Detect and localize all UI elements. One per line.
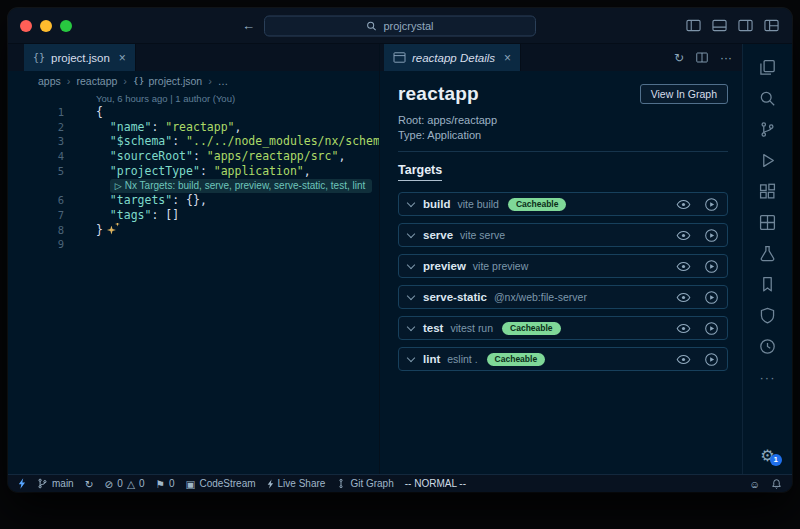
line-number: 7 <box>8 208 64 223</box>
status-item-live-share[interactable]: Live Share <box>267 478 326 489</box>
run-target-button[interactable] <box>704 352 719 367</box>
view-in-graph-button[interactable]: View In Graph <box>640 84 728 104</box>
activity-bar-item-shield[interactable] <box>743 300 792 331</box>
status-item-remote-indicator[interactable] <box>18 478 26 489</box>
target-row-serve[interactable]: servevite serve <box>398 223 728 247</box>
toggle-primary-sidebar-icon[interactable] <box>686 19 701 32</box>
minimize-window-button[interactable] <box>40 20 52 32</box>
code-line-content <box>64 237 379 252</box>
code-editor[interactable]: You, 6 hours ago | 1 author (You) 1{2 "n… <box>8 90 379 474</box>
eye-icon <box>676 197 691 212</box>
activity-bar-item-extensions[interactable] <box>743 176 792 207</box>
activity-bar: ··· ⚙ 1 <box>742 44 792 474</box>
line-number: 5 <box>8 164 64 179</box>
run-debug-icon <box>759 152 776 169</box>
status-item-git-branch[interactable]: main <box>37 478 74 489</box>
chevron-down-icon[interactable] <box>407 353 415 361</box>
eye-button[interactable] <box>676 290 691 305</box>
status-item-sync[interactable]: ↻ <box>85 478 94 490</box>
eye-button[interactable] <box>676 321 691 336</box>
chevron-down-icon[interactable] <box>407 198 415 206</box>
target-row-test[interactable]: testvitest runCacheable <box>398 316 728 340</box>
token: "projectType" <box>110 164 200 178</box>
nx-targets-inlay-hint[interactable]: ▷Nx Targets: build, serve, preview, serv… <box>110 179 372 193</box>
code-line-content: ▷Nx Targets: build, serve, preview, serv… <box>64 178 379 193</box>
manage-button[interactable]: ⚙ 1 <box>760 446 774 465</box>
token: {}, <box>186 193 207 207</box>
activity-bar-item-history[interactable] <box>743 331 792 362</box>
status-item-vim-mode[interactable]: -- NORMAL -- <box>405 478 466 489</box>
refresh-button[interactable]: ↻ <box>674 51 684 65</box>
status-text: 0 <box>139 478 145 489</box>
activity-bar-item-run-debug[interactable] <box>743 145 792 176</box>
cacheable-badge: Cacheable <box>508 198 567 211</box>
toggle-panel-icon[interactable] <box>712 19 727 32</box>
code-line-content: "tags": [] <box>64 208 379 223</box>
activity-bar-item-more[interactable]: ··· <box>743 362 792 393</box>
close-window-button[interactable] <box>20 20 32 32</box>
layout-controls <box>686 19 792 32</box>
line-number <box>8 178 64 193</box>
token: : <box>151 120 165 134</box>
line-number: 1 <box>8 105 64 120</box>
breadcrumb-item-1[interactable]: reactapp <box>76 75 117 87</box>
line-number: 8 <box>8 223 64 238</box>
target-row-build[interactable]: buildvite buildCacheable <box>398 192 728 216</box>
split-editor-button[interactable] <box>696 52 708 63</box>
status-item-problems[interactable]: ⊘0△0 <box>105 478 145 490</box>
chevron-down-icon[interactable] <box>407 322 415 330</box>
close-tab-icon[interactable]: × <box>504 51 511 65</box>
more-actions-button[interactable]: ··· <box>720 51 732 65</box>
tab-project-json[interactable]: {} project.json × <box>24 44 136 71</box>
run-target-button[interactable] <box>704 259 719 274</box>
window-controls <box>8 20 72 32</box>
breadcrumb-item-0[interactable]: apps <box>38 75 61 87</box>
status-item-feedback[interactable]: ☺ <box>749 478 760 490</box>
status-item-codestream[interactable]: ▣CodeStream <box>186 478 256 490</box>
back-button[interactable]: ← <box>242 18 255 33</box>
gitlens-codelens[interactable]: You, 6 hours ago | 1 author (You) <box>96 92 379 105</box>
bookmark-icon <box>759 276 776 293</box>
smiley-icon: ☺ <box>749 478 760 490</box>
run-target-button[interactable] <box>704 321 719 336</box>
breadcrumb-item-2[interactable]: {}project.json <box>133 75 202 87</box>
activity-bar-item-grid[interactable] <box>743 207 792 238</box>
sparkle-icon[interactable] <box>107 224 120 236</box>
tab-reactapp-details[interactable]: reactapp Details × <box>384 44 521 71</box>
eye-button[interactable] <box>676 228 691 243</box>
toggle-secondary-sidebar-icon[interactable] <box>738 19 753 32</box>
run-target-button[interactable] <box>704 290 719 305</box>
token: "../../node_modules/nx/schemas/project-s <box>186 134 379 148</box>
activity-bar-item-source-control[interactable] <box>743 114 792 145</box>
activity-bar-item-beaker[interactable] <box>743 238 792 269</box>
close-tab-icon[interactable]: × <box>119 51 126 65</box>
command-center-search[interactable]: projcrystal <box>264 15 536 36</box>
zoom-window-button[interactable] <box>60 20 72 32</box>
status-item-git-graph[interactable]: Git Graph <box>336 478 393 489</box>
activity-bar-item-search[interactable] <box>743 83 792 114</box>
target-command: eslint . <box>447 353 477 365</box>
chevron-down-icon[interactable] <box>407 291 415 299</box>
status-item-notifications[interactable] <box>771 478 782 490</box>
run-target-button[interactable] <box>704 228 719 243</box>
eye-button[interactable] <box>676 197 691 212</box>
eye-button[interactable] <box>676 352 691 367</box>
token: "sourceRoot" <box>110 149 193 163</box>
activity-bar-item-bookmark[interactable] <box>743 269 792 300</box>
eye-icon <box>676 290 691 305</box>
target-row-serve-static[interactable]: serve-static@nx/web:file-server <box>398 285 728 309</box>
target-row-lint[interactable]: linteslint .Cacheable <box>398 347 728 371</box>
target-row-preview[interactable]: previewvite preview <box>398 254 728 278</box>
chevron-down-icon[interactable] <box>407 229 415 237</box>
target-name: test <box>423 322 443 334</box>
activity-bar-item-files[interactable] <box>743 52 792 83</box>
chevron-down-icon[interactable] <box>407 260 415 268</box>
zap-icon <box>18 478 26 489</box>
code-line: 9 <box>8 237 379 252</box>
breadcrumb-item-3[interactable]: … <box>218 75 229 87</box>
status-text: Live Share <box>278 478 326 489</box>
run-target-button[interactable] <box>704 197 719 212</box>
status-item-flag-counter[interactable]: ⚑0 <box>156 478 175 490</box>
eye-button[interactable] <box>676 259 691 274</box>
customize-layout-icon[interactable] <box>764 19 779 32</box>
